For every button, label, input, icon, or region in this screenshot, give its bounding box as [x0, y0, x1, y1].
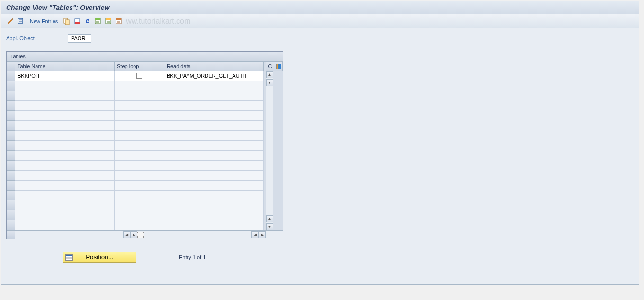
table-row[interactable] — [7, 151, 266, 161]
col-header-read-data[interactable]: Read data — [164, 62, 264, 71]
row-selector[interactable] — [7, 131, 15, 141]
position-button-label: Position... — [86, 254, 114, 261]
grid-select-all-header[interactable] — [7, 62, 15, 71]
col-header-step-loop[interactable]: Step loop — [115, 62, 164, 71]
title-bar: Change View "Tables": Overview — [1, 1, 639, 14]
col-header-c[interactable]: C — [266, 62, 275, 71]
horizontal-scrollbar[interactable]: ◀ ▶ ◀ ▶ — [7, 230, 266, 239]
table-row[interactable] — [7, 200, 266, 210]
tables-grid: Tables Table Name Step loop Read data — [6, 51, 283, 239]
main-window: Change View "Tables": Overview New Entri… — [1, 1, 639, 285]
find-icon[interactable] — [17, 17, 25, 26]
table-row[interactable] — [7, 161, 266, 171]
row-selector[interactable] — [7, 171, 15, 181]
step-loop-checkbox[interactable] — [136, 73, 142, 79]
row-selector[interactable] — [7, 141, 15, 151]
svg-rect-4 — [75, 22, 80, 24]
watermark-text: ww.tutorialkart.com — [126, 17, 190, 26]
svg-rect-6 — [95, 18, 100, 20]
scroll-grip-icon[interactable] — [137, 232, 144, 238]
row-selector[interactable] — [7, 151, 15, 161]
table-row[interactable] — [7, 131, 266, 141]
row-selector[interactable] — [7, 181, 15, 191]
svg-rect-0 — [18, 18, 23, 23]
vertical-scrollbar[interactable]: ▲ ▼ ▲ ▼ — [266, 71, 273, 230]
entry-count-text: Entry 1 of 1 — [179, 255, 206, 260]
scroll-left-icon[interactable]: ◀ — [123, 231, 130, 238]
table-row[interactable] — [7, 81, 266, 91]
scroll-down-end-icon[interactable]: ▼ — [266, 223, 273, 230]
appl-object-label: Appl. Object — [6, 36, 68, 41]
row-selector[interactable] — [7, 121, 15, 131]
row-selector[interactable] — [7, 210, 15, 220]
appl-object-row: Appl. Object PAOR — [6, 34, 634, 43]
row-selector[interactable] — [7, 71, 15, 81]
table-row[interactable] — [7, 191, 266, 200]
table-row[interactable] — [7, 181, 266, 191]
select-block-icon[interactable] — [104, 17, 113, 26]
row-selector[interactable] — [7, 200, 15, 210]
svg-rect-13 — [66, 258, 72, 259]
toolbar: New Entries ww.tutorialkart.com — [1, 14, 639, 28]
row-selector[interactable] — [7, 91, 15, 101]
scroll-left-end-icon[interactable]: ◀ — [251, 231, 259, 238]
appl-object-value: PAOR — [68, 34, 91, 43]
toggle-edit-icon[interactable] — [6, 17, 15, 26]
cell-step-loop[interactable] — [115, 71, 164, 81]
delete-icon[interactable] — [73, 17, 81, 26]
row-selector[interactable] — [7, 191, 15, 200]
table-row[interactable] — [7, 101, 266, 111]
table-row[interactable] — [7, 141, 266, 151]
svg-rect-2 — [65, 20, 69, 25]
page-title: Change View "Tables": Overview — [6, 4, 109, 11]
svg-rect-8 — [106, 18, 111, 20]
scroll-right-icon[interactable]: ▶ — [130, 231, 137, 238]
new-entries-link[interactable]: New Entries — [30, 18, 58, 24]
undo-icon[interactable] — [83, 17, 92, 26]
table-row[interactable] — [7, 220, 266, 230]
table-row[interactable] — [7, 171, 266, 181]
select-all-icon[interactable] — [94, 17, 102, 26]
footer-row: Position... Entry 1 of 1 — [63, 252, 634, 263]
content-area: Appl. Object PAOR Tables Table Name Step… — [1, 28, 639, 284]
table-row[interactable]: BKKPOIT BKK_PAYM_ORDER_GET_AUTH — [7, 71, 266, 81]
row-selector[interactable] — [7, 220, 15, 230]
col-header-table-name[interactable]: Table Name — [15, 62, 115, 71]
scroll-up-end-icon[interactable]: ▲ — [266, 215, 273, 222]
configure-columns-button[interactable] — [275, 62, 283, 71]
cell-read-data[interactable]: BKK_PAYM_ORDER_GET_AUTH — [164, 71, 264, 81]
row-selector[interactable] — [7, 81, 15, 91]
scroll-down-icon[interactable]: ▼ — [266, 79, 273, 86]
row-selector[interactable] — [7, 111, 15, 121]
scroll-right-end-icon[interactable]: ▶ — [259, 231, 266, 238]
table-settings-icon[interactable] — [276, 64, 281, 69]
table-row[interactable] — [7, 111, 266, 121]
cell-table-name[interactable]: BKKPOIT — [15, 71, 115, 81]
deselect-all-icon[interactable] — [115, 17, 123, 26]
table-row[interactable] — [7, 210, 266, 220]
grid-header-row: Table Name Step loop Read data — [7, 62, 266, 71]
table-row[interactable] — [7, 91, 266, 101]
position-icon — [65, 254, 73, 261]
copy-icon[interactable] — [63, 17, 71, 26]
grid-title: Tables — [7, 52, 283, 62]
svg-rect-11 — [66, 255, 72, 256]
table-row[interactable] — [7, 121, 266, 131]
row-selector[interactable] — [7, 101, 15, 111]
svg-rect-12 — [66, 257, 72, 258]
position-button[interactable]: Position... — [63, 252, 136, 263]
row-selector[interactable] — [7, 161, 15, 171]
svg-rect-10 — [116, 18, 121, 20]
scroll-up-icon[interactable]: ▲ — [266, 71, 273, 78]
